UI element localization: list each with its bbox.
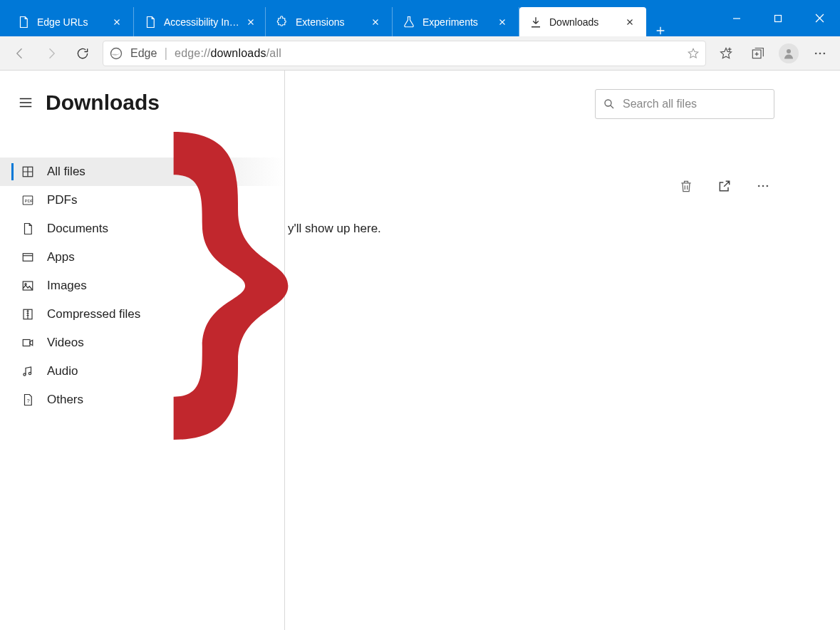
search-wrap bbox=[595, 89, 774, 119]
downloads-main: y'll show up here. bbox=[285, 71, 840, 630]
page-icon bbox=[144, 16, 157, 29]
more-menu-button[interactable] bbox=[804, 36, 836, 71]
svg-point-12 bbox=[25, 284, 26, 285]
flask-icon bbox=[403, 16, 415, 29]
tab-label: Edge URLs bbox=[37, 16, 105, 28]
profile-button[interactable] bbox=[773, 36, 804, 71]
forward-button[interactable] bbox=[36, 36, 67, 71]
app-icon bbox=[20, 249, 36, 265]
omnibox-product: Edge bbox=[130, 47, 157, 60]
search-field[interactable] bbox=[621, 97, 767, 111]
sidebar-header: Downloads bbox=[0, 71, 284, 135]
tab-edge-urls[interactable]: Edge URLs bbox=[7, 7, 134, 36]
svg-point-21 bbox=[767, 185, 769, 187]
svg-point-5 bbox=[819, 52, 821, 54]
tab-label: Downloads bbox=[549, 16, 618, 28]
close-icon[interactable] bbox=[243, 13, 258, 31]
audio-icon bbox=[20, 363, 36, 379]
omnibox-url-host: downloads bbox=[210, 47, 266, 59]
svg-point-4 bbox=[815, 52, 817, 54]
page-title: Downloads bbox=[46, 91, 160, 115]
download-item-actions bbox=[678, 177, 772, 195]
open-external-icon[interactable] bbox=[716, 177, 733, 195]
grid-icon bbox=[20, 164, 36, 180]
sidebar-item-label: Apps bbox=[47, 250, 75, 264]
svg-text:PDF: PDF bbox=[25, 199, 33, 203]
omnibox-url-suffix: /all bbox=[266, 47, 281, 59]
search-input[interactable] bbox=[595, 89, 774, 119]
more-options-icon[interactable] bbox=[755, 177, 772, 195]
svg-point-6 bbox=[824, 52, 826, 54]
sidebar-item-videos[interactable]: Videos bbox=[0, 329, 284, 357]
tab-strip: Edge URLs Accessibility Internals Extens… bbox=[0, 0, 716, 36]
sidebar-item-compressed[interactable]: Compressed files bbox=[0, 300, 284, 329]
puzzle-icon bbox=[276, 16, 289, 29]
edge-logo-icon bbox=[109, 46, 123, 61]
browser-toolbar: Edge | edge://downloads/all bbox=[0, 36, 840, 71]
sidebar-categories: All files PDF PDFs Documents Apps bbox=[0, 158, 284, 414]
svg-point-3 bbox=[787, 49, 791, 53]
svg-point-16 bbox=[28, 372, 31, 374]
svg-rect-14 bbox=[23, 340, 30, 346]
close-icon[interactable] bbox=[493, 13, 512, 31]
omnibox-url-prefix: edge:// bbox=[175, 47, 210, 59]
sidebar-item-audio[interactable]: Audio bbox=[0, 357, 284, 386]
sidebar-item-label: Others bbox=[47, 393, 83, 407]
tab-experiments[interactable]: Experiments bbox=[393, 7, 519, 36]
close-window-button[interactable] bbox=[799, 0, 840, 36]
svg-point-19 bbox=[758, 185, 760, 187]
page-icon bbox=[17, 16, 30, 29]
tab-accessibility[interactable]: Accessibility Internals bbox=[134, 7, 266, 36]
empty-state-text: y'll show up here. bbox=[288, 222, 381, 236]
video-icon bbox=[20, 335, 36, 351]
svg-text:?: ? bbox=[27, 398, 30, 404]
minimize-button[interactable] bbox=[716, 0, 757, 36]
svg-point-18 bbox=[605, 100, 611, 106]
sidebar-item-documents[interactable]: Documents bbox=[0, 215, 284, 243]
close-icon[interactable] bbox=[108, 13, 126, 31]
zip-icon bbox=[20, 306, 36, 322]
new-tab-button[interactable] bbox=[646, 25, 675, 36]
page-content: Downloads All files PDF PDFs Documents bbox=[0, 71, 840, 630]
document-icon bbox=[20, 221, 36, 237]
refresh-button[interactable] bbox=[67, 36, 98, 71]
sidebar-item-images[interactable]: Images bbox=[0, 272, 284, 300]
back-button[interactable] bbox=[4, 36, 36, 71]
svg-rect-10 bbox=[23, 254, 33, 262]
downloads-sidebar: Downloads All files PDF PDFs Documents bbox=[0, 71, 285, 630]
pdf-icon: PDF bbox=[20, 192, 36, 208]
tab-extensions[interactable]: Extensions bbox=[266, 7, 393, 36]
sidebar-item-apps[interactable]: Apps bbox=[0, 243, 284, 272]
tab-label: Experiments bbox=[422, 16, 490, 28]
svg-point-1 bbox=[111, 48, 122, 58]
collections-button[interactable] bbox=[742, 36, 773, 71]
tab-label: Extensions bbox=[296, 16, 363, 28]
address-bar[interactable]: Edge | edge://downloads/all bbox=[103, 41, 706, 66]
svg-point-20 bbox=[762, 185, 764, 187]
svg-point-15 bbox=[24, 373, 26, 376]
sidebar-item-all-files[interactable]: All files bbox=[0, 158, 284, 186]
sidebar-item-label: Compressed files bbox=[47, 307, 140, 321]
sidebar-item-label: Documents bbox=[47, 222, 108, 236]
search-icon bbox=[603, 97, 616, 111]
sidebar-item-label: PDFs bbox=[47, 193, 78, 207]
svg-rect-0 bbox=[775, 15, 782, 21]
window-controls bbox=[716, 0, 840, 36]
close-icon[interactable] bbox=[621, 13, 639, 31]
tab-label: Accessibility Internals bbox=[164, 16, 240, 28]
delete-icon[interactable] bbox=[678, 177, 695, 195]
sidebar-item-others[interactable]: ? Others bbox=[0, 386, 284, 414]
sidebar-item-label: Videos bbox=[47, 336, 84, 350]
window-titlebar: Edge URLs Accessibility Internals Extens… bbox=[0, 0, 840, 36]
tab-downloads[interactable]: Downloads bbox=[519, 7, 646, 36]
close-icon[interactable] bbox=[366, 13, 385, 31]
sidebar-item-pdfs[interactable]: PDF PDFs bbox=[0, 186, 284, 215]
avatar-icon bbox=[779, 43, 799, 63]
hamburger-button[interactable] bbox=[16, 93, 36, 113]
favorite-star-icon[interactable] bbox=[687, 47, 700, 60]
image-icon bbox=[20, 278, 36, 294]
omnibox-separator: | bbox=[164, 46, 167, 61]
favorites-button[interactable] bbox=[710, 36, 742, 71]
sidebar-item-label: All files bbox=[47, 165, 85, 179]
maximize-button[interactable] bbox=[757, 0, 799, 36]
